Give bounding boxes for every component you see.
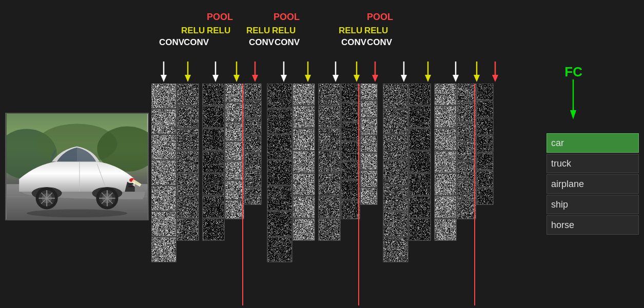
- arrow-relu2: [227, 61, 246, 84]
- arrow-pool2: [367, 61, 383, 84]
- svg-marker-55: [474, 75, 480, 82]
- conv5-label: CONV: [341, 37, 366, 48]
- feature-maps-canvas: [151, 84, 544, 305]
- svg-marker-57: [492, 75, 498, 82]
- arrow-conv6: [445, 61, 466, 84]
- relu5-label: RELU: [339, 26, 362, 36]
- relu1-label: RELU: [181, 26, 205, 36]
- arrow-conv4: [325, 61, 346, 84]
- arrow-conv5: [392, 61, 416, 84]
- svg-marker-51: [425, 75, 431, 82]
- svg-marker-59: [570, 110, 576, 119]
- arrow-relu1: [177, 61, 199, 84]
- svg-marker-33: [212, 75, 219, 82]
- label-truck: truck: [547, 154, 639, 173]
- svg-marker-35: [233, 75, 240, 82]
- label-ship: ship: [547, 195, 639, 214]
- svg-marker-41: [305, 75, 311, 82]
- conv6-label: CONV: [367, 37, 392, 48]
- conv3-label: CONV: [249, 37, 274, 48]
- pool3-label: POOL: [367, 12, 393, 23]
- classification-labels: car truck airplane ship horse: [547, 133, 639, 235]
- arrow-relu4: [347, 61, 366, 84]
- arrow-conv1: [151, 61, 176, 84]
- arrow-relu3: [297, 61, 319, 84]
- relu2-label: RELU: [207, 26, 230, 36]
- pool2-label: POOL: [274, 12, 300, 23]
- svg-marker-31: [185, 75, 191, 82]
- svg-marker-39: [281, 75, 287, 82]
- pool1-label: POOL: [207, 12, 233, 23]
- relu3-label: RELU: [246, 26, 270, 36]
- svg-marker-53: [453, 75, 459, 82]
- conv1-label: CONV: [159, 37, 184, 48]
- svg-marker-45: [354, 75, 360, 82]
- fc-arrow: [568, 79, 578, 122]
- conv2-label: CONV: [184, 37, 209, 48]
- input-image: [5, 113, 149, 220]
- conv4-label: CONV: [275, 37, 300, 48]
- arrow-pool1: [247, 61, 263, 84]
- svg-marker-37: [252, 75, 258, 82]
- arrow-pool3: [487, 61, 503, 84]
- relu6-label: RELU: [364, 26, 388, 36]
- arrow-relu5: [417, 61, 439, 84]
- label-horse: horse: [547, 215, 639, 235]
- fc-label: FC: [564, 64, 582, 80]
- svg-rect-10: [128, 186, 133, 187]
- svg-point-6: [27, 209, 127, 217]
- label-airplane: airplane: [547, 174, 639, 194]
- svg-marker-47: [372, 75, 378, 82]
- svg-rect-9: [128, 183, 133, 184]
- relu4-label: RELU: [272, 26, 296, 36]
- main-container: CONV CONV RELU RELU POOL CONV CONV RELU …: [0, 0, 644, 308]
- arrow-conv3: [271, 61, 296, 84]
- arrow-relu6: [467, 61, 486, 84]
- svg-marker-49: [401, 75, 407, 82]
- svg-marker-43: [333, 75, 339, 82]
- arrow-conv2: [205, 61, 226, 84]
- label-car: car: [547, 133, 639, 153]
- svg-marker-29: [161, 75, 167, 82]
